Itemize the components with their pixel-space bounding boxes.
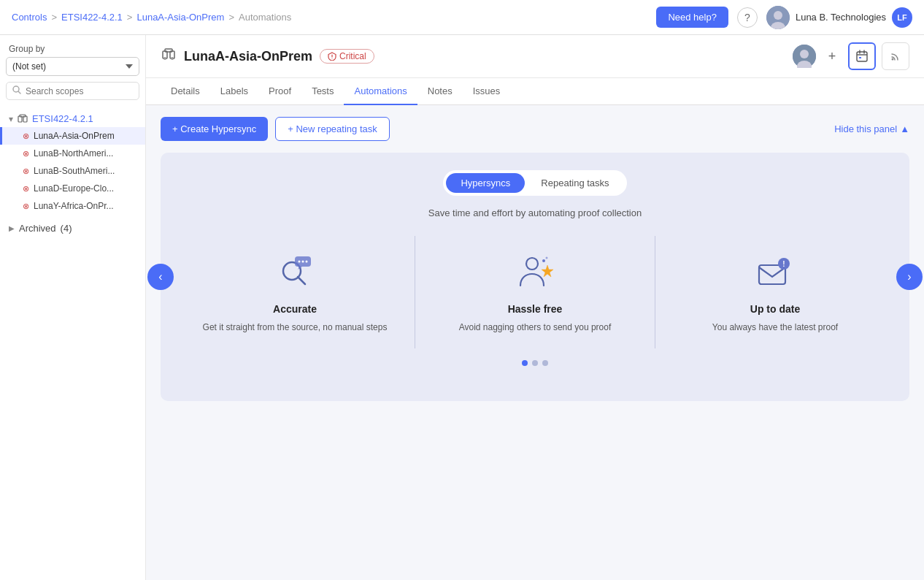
breadcrumb-luna[interactable]: LunaA-Asia-OnPrem <box>136 12 224 23</box>
svg-line-4 <box>18 91 20 94</box>
entity-icon <box>161 47 177 66</box>
accurate-title: Accurate <box>273 303 317 315</box>
sidebar-tree: ▾ ETSI422-4.2.1 ⊗ LunaA-Asia-OnPrem ⊗ Lu… <box>0 106 145 219</box>
tree-group-header[interactable]: ▾ ETSI422-4.2.1 <box>0 110 145 127</box>
svg-point-1 <box>774 11 782 20</box>
need-help-button[interactable]: Need help? <box>656 7 728 28</box>
sidebar-item-label-1: LunaB-NorthAmeri... <box>34 148 113 159</box>
svg-text:!: ! <box>782 260 785 268</box>
tab-automations[interactable]: Automations <box>344 78 417 105</box>
feature-card-up-to-date: ! Up to date You always have the latest … <box>655 236 895 348</box>
toggle-hypersyncs[interactable]: Hypersyncs <box>446 173 525 193</box>
sidebar-item-luna-africa[interactable]: ⊗ LunaY-Africa-OnPr... <box>0 197 145 215</box>
accurate-desc: Get it straight from the source, no manu… <box>203 321 388 334</box>
hide-panel-button[interactable]: Hide this panel ▲ <box>834 123 909 134</box>
group-by-section: Group by (Not set) <box>0 44 145 82</box>
toggle-row: Hypersyncs Repeating tasks <box>175 170 895 196</box>
archived-section[interactable]: ▶ Archived (4) <box>0 219 145 237</box>
search-input[interactable] <box>26 86 133 96</box>
tab-details[interactable]: Details <box>161 78 210 105</box>
feature-cards: Accurate Get it straight from the source… <box>175 236 895 348</box>
tab-proof[interactable]: Proof <box>258 78 301 105</box>
toggle-group: Hypersyncs Repeating tasks <box>443 170 626 196</box>
add-button[interactable]: + <box>822 46 842 66</box>
user-initials: LF <box>892 7 912 28</box>
hassle-free-desc: Avoid nagging others to send you proof <box>459 321 612 334</box>
tree-group-icon <box>18 114 28 124</box>
chevron-up-icon: ▲ <box>900 123 909 134</box>
calendar-icon-btn[interactable] <box>848 42 876 70</box>
svg-point-23 <box>892 58 894 61</box>
svg-point-14 <box>332 58 333 59</box>
breadcrumb-controls[interactable]: Controls <box>12 12 47 23</box>
avatar <box>766 6 790 29</box>
top-navigation: Controls > ETSI422-4.2.1 > LunaA-Asia-On… <box>0 0 924 35</box>
accurate-icon <box>273 251 317 294</box>
tab-issues[interactable]: Issues <box>463 78 511 105</box>
toggle-repeating-tasks[interactable]: Repeating tasks <box>526 173 623 193</box>
breadcrumb: Controls > ETSI422-4.2.1 > LunaA-Asia-On… <box>12 12 291 23</box>
header-actions: + <box>793 42 909 70</box>
create-hypersync-button[interactable]: + Create Hypersync <box>161 117 268 141</box>
header-user-avatar <box>793 45 816 68</box>
sidebar-item-luna-north[interactable]: ⊗ LunaB-NorthAmeri... <box>0 145 145 162</box>
rss-icon-btn[interactable] <box>882 42 909 70</box>
sidebar-item-luna-europe[interactable]: ⊗ LunaD-Europe-Clo... <box>0 180 145 197</box>
svg-point-29 <box>306 261 308 263</box>
sidebar-item-label-4: LunaY-Africa-OnPr... <box>34 201 114 211</box>
svg-point-12 <box>171 57 174 60</box>
sidebar-item-luna-south[interactable]: ⊗ LunaB-SouthAmeri... <box>0 162 145 180</box>
sidebar-item-label-3: LunaD-Europe-Clo... <box>34 183 114 194</box>
dot-2[interactable] <box>542 360 548 366</box>
svg-point-16 <box>800 50 809 58</box>
group-by-select[interactable]: (Not set) <box>6 57 139 76</box>
entity-name: LunaA-Asia-OnPrem <box>184 49 312 64</box>
carousel-dots <box>175 360 895 366</box>
tab-tests[interactable]: Tests <box>301 78 344 105</box>
archived-count: (4) <box>61 223 72 234</box>
carousel-prev-button[interactable]: ‹ <box>147 264 174 290</box>
svg-rect-10 <box>165 49 172 52</box>
tab-labels[interactable]: Labels <box>210 78 258 105</box>
svg-line-25 <box>298 277 305 284</box>
shield-critical-icon <box>328 52 336 61</box>
entity-title: LunaA-Asia-OnPrem Critical <box>161 47 374 66</box>
up-to-date-icon: ! <box>753 251 797 294</box>
search-section <box>0 82 145 106</box>
up-to-date-title: Up to date <box>750 303 800 315</box>
sidebar: Group by (Not set) ▾ ETSI422-4.2.1 <box>0 35 146 580</box>
svg-marker-31 <box>542 265 553 277</box>
breadcrumb-etsi[interactable]: ETSI422-4.2.1 <box>61 12 123 23</box>
tab-notes[interactable]: Notes <box>417 78 463 105</box>
svg-rect-18 <box>857 52 867 61</box>
svg-point-32 <box>542 259 545 262</box>
hide-panel-label: Hide this panel <box>834 123 897 134</box>
help-icon[interactable]: ? <box>737 7 758 28</box>
critical-badge: Critical <box>320 49 374 64</box>
user-info: Luna B. Technologies LF <box>766 6 912 29</box>
dot-0[interactable] <box>522 360 528 366</box>
search-input-wrap <box>6 82 139 100</box>
shield-icon-1: ⊗ <box>23 149 29 159</box>
archived-label: Archived <box>19 223 56 234</box>
carousel-next-button[interactable]: › <box>896 264 923 290</box>
dot-1[interactable] <box>532 360 538 366</box>
tabs-bar: Details Labels Proof Tests Automations N… <box>146 78 924 105</box>
sidebar-item-luna-asia[interactable]: ⊗ LunaA-Asia-OnPrem <box>0 127 145 145</box>
svg-point-27 <box>299 261 301 263</box>
critical-label: Critical <box>339 51 366 61</box>
search-icon <box>12 85 21 96</box>
tree-group-etsi: ▾ ETSI422-4.2.1 ⊗ LunaA-Asia-OnPrem ⊗ Lu… <box>0 109 145 216</box>
hassle-free-title: Hassle free <box>508 303 563 315</box>
svg-point-33 <box>546 257 548 259</box>
automations-content: + Create Hypersync + New repeating task … <box>146 105 924 580</box>
svg-rect-22 <box>859 57 861 58</box>
new-repeating-task-button[interactable]: + New repeating task <box>275 117 389 141</box>
svg-point-30 <box>526 258 538 270</box>
shield-icon-2: ⊗ <box>23 167 29 176</box>
content-header: LunaA-Asia-OnPrem Critical + <box>146 35 924 78</box>
action-bar: + Create Hypersync + New repeating task … <box>161 117 909 141</box>
tree-expand-icon: ▾ <box>9 114 13 124</box>
info-panel: ‹ Hypersyncs Repeating tasks Save time a… <box>161 153 909 401</box>
user-name: Luna B. Technologies <box>796 12 886 23</box>
